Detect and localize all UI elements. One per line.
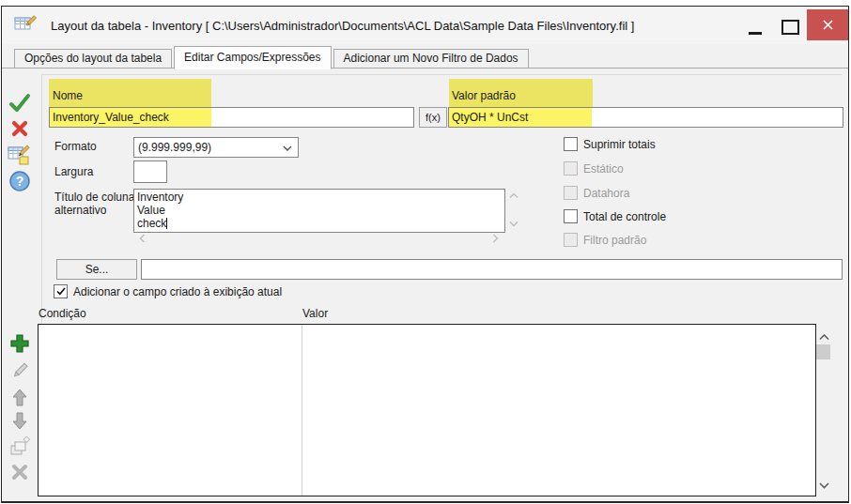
discard-entry-button[interactable] xyxy=(6,115,34,141)
edit-condition-button xyxy=(6,358,34,383)
nome-label: Nome xyxy=(53,89,83,102)
minimize-button[interactable] xyxy=(749,32,762,35)
checkbox-label: Datahora xyxy=(583,187,629,200)
se-condition-input[interactable] xyxy=(141,259,843,280)
gray-up-arrow-icon xyxy=(11,388,28,407)
checkbox-box xyxy=(564,161,578,176)
condicao-column-header: Condição xyxy=(39,307,86,320)
panel-top-divider xyxy=(41,74,842,75)
checkbox-label: Suprimir totais xyxy=(583,138,656,151)
table-layout-dialog: Layout da tabela - Inventory [ C:\Users\… xyxy=(1,6,849,503)
screenshot-root: { "window": { "title": "Layout da tabela… xyxy=(0,0,851,504)
gray-copy-icon xyxy=(8,436,31,459)
close-icon xyxy=(822,19,834,31)
checkbox-box xyxy=(564,233,578,247)
chevron-down-icon xyxy=(819,482,829,489)
move-condition-down-button xyxy=(6,408,34,434)
table-edit-icon xyxy=(14,15,39,34)
suprimir-totais-checkbox[interactable]: Suprimir totais xyxy=(564,137,656,151)
nome-input[interactable]: Inventory_Value_check xyxy=(49,107,414,128)
filtro-padrao-checkbox: Filtro padrão xyxy=(564,233,646,247)
checkbox-box-checked xyxy=(54,284,68,298)
gray-pencil-icon xyxy=(9,360,30,381)
check-icon xyxy=(56,287,66,296)
total-de-controle-checkbox[interactable]: Total de controle xyxy=(564,209,666,223)
checkbox-label: Adicionar o campo criado à exibição atua… xyxy=(73,285,282,298)
chevron-up-icon xyxy=(819,334,829,341)
fx-expression-button[interactable]: f(x) xyxy=(419,107,447,128)
help-button[interactable]: ? xyxy=(6,168,34,193)
table-pencil-note-icon xyxy=(8,144,32,166)
checkbox-box xyxy=(564,137,578,151)
green-check-icon xyxy=(8,93,31,114)
condition-value-list[interactable] xyxy=(38,324,816,496)
scrollbar-down-button[interactable] xyxy=(818,481,830,490)
valor-padrao-input[interactable]: QtyOH * UnCst xyxy=(448,107,843,128)
duplicate-condition-button xyxy=(6,435,34,460)
valor-padrao-label: Valor padrão xyxy=(452,89,516,102)
tab-strip: Opções do layout da tabela Editar Campos… xyxy=(14,46,529,69)
formato-dropdown[interactable]: (9.999.999,99) xyxy=(133,137,299,158)
title-bar: Layout da tabela - Inventory [ C:\Users\… xyxy=(2,7,848,44)
close-button[interactable] xyxy=(807,9,848,40)
scroll-down-icon[interactable] xyxy=(509,221,518,227)
accept-entry-button[interactable] xyxy=(6,90,34,115)
nome-input-value: Inventory_Value_check xyxy=(50,108,169,127)
svg-text:?: ? xyxy=(16,174,24,189)
maximize-button[interactable] xyxy=(781,20,799,35)
column-divider xyxy=(302,325,302,496)
largura-label: Largura xyxy=(54,165,93,178)
checkbox-label: Filtro padrão xyxy=(583,234,646,247)
checkbox-label: Estático xyxy=(583,162,624,176)
largura-input[interactable] xyxy=(133,160,167,183)
se-condition-button[interactable]: Se... xyxy=(56,259,137,280)
checkbox-box xyxy=(564,209,578,223)
red-x-icon xyxy=(10,119,29,138)
chevron-down-icon xyxy=(283,145,292,151)
scrollbar-up-button[interactable] xyxy=(818,332,830,342)
tab-table-layout-options[interactable]: Opções do layout da tabela xyxy=(14,49,172,69)
blue-question-icon: ? xyxy=(8,170,31,192)
estatico-checkbox: Estático xyxy=(564,161,624,176)
text-caret xyxy=(166,218,167,229)
edit-table-layout-button[interactable] xyxy=(6,142,34,167)
tab-add-new-data-filter[interactable]: Adicionar um Novo Filtro de Dados xyxy=(333,49,529,69)
tab-edit-fields-expressions[interactable]: Editar Campos/Expressões xyxy=(174,46,331,69)
valor-padrao-input-value: QtyOH * UnCst xyxy=(449,108,528,127)
move-condition-up-button xyxy=(6,385,34,410)
checkbox-box xyxy=(564,186,578,200)
valor-column-header: Valor xyxy=(302,307,328,320)
scroll-left-icon[interactable] xyxy=(139,234,146,243)
scroll-up-icon[interactable] xyxy=(509,192,518,199)
delete-condition-button xyxy=(6,459,34,484)
scroll-right-icon[interactable] xyxy=(492,234,499,243)
checkbox-label: Total de controle xyxy=(583,210,666,223)
add-condition-button[interactable] xyxy=(6,330,34,356)
titulo-coluna-value: Inventory Value check xyxy=(137,191,183,230)
gray-down-arrow-icon xyxy=(11,411,28,431)
green-plus-icon xyxy=(8,332,31,355)
add-field-to-view-checkbox[interactable]: Adicionar o campo criado à exibição atua… xyxy=(54,284,282,298)
datahora-checkbox: Datahora xyxy=(564,186,629,200)
titulo-coluna-textarea[interactable]: Inventory Value check xyxy=(133,189,505,233)
formato-label: Formato xyxy=(54,140,97,153)
window-title: Layout da tabela - Inventory [ C:\Users\… xyxy=(51,19,634,33)
scrollbar-thumb[interactable] xyxy=(816,344,830,359)
gray-x-icon xyxy=(11,464,28,481)
formato-dropdown-value: (9.999.999,99) xyxy=(134,138,211,157)
